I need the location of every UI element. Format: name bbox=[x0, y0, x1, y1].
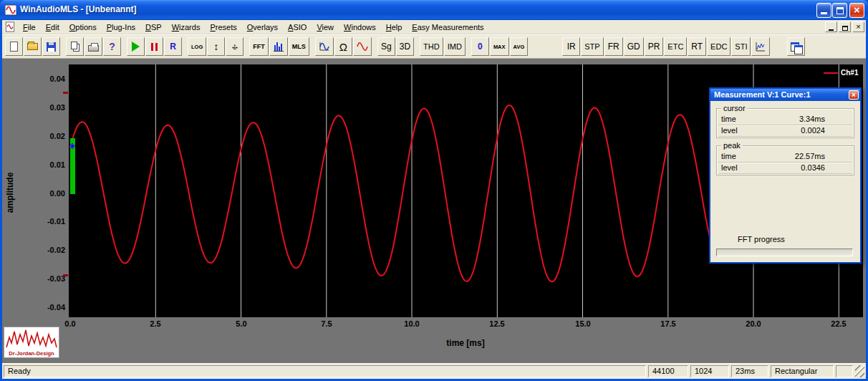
maximize-icon bbox=[836, 7, 844, 14]
measurement-panel[interactable]: Measurement V:1 Curve:1 × cursortime3.34… bbox=[709, 87, 862, 264]
max-hold-button[interactable]: MAX bbox=[490, 37, 509, 56]
window-body: FileEditOptionsPlug-InsDSPWizardsPresets… bbox=[2, 20, 866, 379]
maximize-button[interactable] bbox=[832, 3, 847, 18]
close-button[interactable]: × bbox=[849, 3, 864, 18]
thd-button[interactable]: THD bbox=[420, 37, 443, 56]
x-tick-10.0: 10.0 bbox=[404, 319, 419, 328]
cursor-time-row: time3.34ms bbox=[718, 114, 852, 125]
repeat-button[interactable]: R bbox=[164, 37, 182, 56]
menu-item-windows[interactable]: Windows bbox=[339, 21, 381, 33]
menu-item-easy-measurements[interactable]: Easy Measurements bbox=[407, 21, 488, 33]
fft-progress-bar bbox=[716, 249, 853, 256]
imd-button[interactable]: IMD bbox=[444, 37, 466, 56]
etc-button[interactable]: ETC bbox=[664, 37, 687, 56]
menu-item-asio[interactable]: ASIO bbox=[283, 21, 312, 33]
cursor-time-label: time bbox=[721, 115, 736, 123]
cursor-level-value: 0.0024 bbox=[801, 126, 849, 135]
pan-button[interactable]: ↔↕ bbox=[226, 37, 243, 56]
frequency-response-button[interactable]: FR bbox=[604, 37, 623, 56]
print-icon bbox=[88, 45, 99, 52]
mdi-minimize-icon bbox=[829, 29, 834, 31]
pause-button[interactable] bbox=[145, 37, 163, 56]
signal-generator-button[interactable]: Sg bbox=[377, 37, 395, 56]
new-window-button[interactable] bbox=[787, 37, 805, 56]
menu-item-dsp[interactable]: DSP bbox=[140, 21, 167, 33]
log-scale-button[interactable]: LOG bbox=[188, 37, 206, 56]
document-icon bbox=[4, 21, 16, 32]
menu-item-wizards[interactable]: Wizards bbox=[167, 21, 206, 33]
range-mark-0 bbox=[63, 92, 68, 94]
peak-level-row: level0.0346 bbox=[718, 163, 852, 174]
scope-button[interactable] bbox=[315, 37, 334, 56]
step-response-button[interactable]: STP bbox=[581, 37, 603, 56]
phase-response-button[interactable]: PR bbox=[645, 37, 664, 56]
app-window: WinAudioMLS - [Unbenannt] × FileEditOpti… bbox=[0, 0, 868, 381]
group-peak: peaktime22.57mslevel0.0346 bbox=[716, 145, 854, 175]
reverb-time-button[interactable]: RT bbox=[688, 37, 706, 56]
x-tick-20.0: 20.0 bbox=[746, 319, 761, 328]
sti-chart-icon bbox=[755, 41, 766, 52]
measurement-panel-close-button[interactable]: × bbox=[849, 90, 859, 100]
x-tick-7.5: 7.5 bbox=[321, 319, 332, 328]
peak-time-value: 22.57ms bbox=[795, 152, 849, 160]
spectrum-button[interactable] bbox=[269, 37, 288, 56]
resize-grip[interactable] bbox=[855, 365, 864, 377]
average-button[interactable]: AVG bbox=[510, 37, 529, 56]
x-tick-2.5: 2.5 bbox=[150, 319, 160, 328]
legend-line-ch1 bbox=[824, 72, 838, 74]
zero-button[interactable]: 0 bbox=[471, 37, 489, 56]
save-button[interactable] bbox=[42, 37, 60, 56]
mdi-close-button[interactable]: × bbox=[852, 21, 864, 32]
y-tick-0.03: 0.03 bbox=[31, 103, 65, 112]
peak-time-label: time bbox=[721, 152, 736, 160]
new-button[interactable] bbox=[5, 37, 23, 56]
mdi-buttons: × bbox=[825, 21, 866, 32]
menu-item-view[interactable]: View bbox=[312, 21, 339, 33]
menu-item-plug-ins[interactable]: Plug-Ins bbox=[102, 21, 140, 33]
menu-item-presets[interactable]: Presets bbox=[205, 21, 241, 33]
status-samplerate: 44100 bbox=[648, 365, 688, 377]
impedance-button[interactable]: Ω bbox=[334, 37, 352, 56]
measurement-panel-titlebar[interactable]: Measurement V:1 Curve:1 × bbox=[710, 89, 860, 101]
open-button[interactable] bbox=[24, 37, 42, 56]
fft-button[interactable]: FFT bbox=[249, 37, 269, 56]
vendor-logo-text: Dr-Jordan-Design bbox=[4, 350, 59, 357]
menu-item-file[interactable]: File bbox=[18, 21, 41, 33]
3d-view-button[interactable]: 3D bbox=[396, 37, 414, 56]
y-tick-0.04: 0.04 bbox=[31, 74, 65, 83]
x-tick-17.5: 17.5 bbox=[660, 319, 675, 328]
sti-button[interactable]: STI bbox=[731, 37, 751, 56]
print-button[interactable] bbox=[85, 37, 102, 56]
sine-signal-button[interactable] bbox=[353, 37, 372, 56]
menu-item-overlays[interactable]: Overlays bbox=[242, 21, 283, 33]
open-folder-icon bbox=[27, 43, 38, 50]
mdi-minimize-button[interactable] bbox=[825, 21, 837, 32]
minimize-button[interactable] bbox=[816, 3, 831, 18]
start-measurement-button[interactable] bbox=[127, 37, 145, 56]
spectrum-icon bbox=[273, 41, 284, 52]
title-bar[interactable]: WinAudioMLS - [Unbenannt] × bbox=[0, 0, 868, 20]
mdi-restore-button[interactable] bbox=[839, 21, 851, 32]
copy-icon bbox=[71, 42, 77, 49]
status-window-function: Rectangular bbox=[771, 365, 834, 377]
menu-item-edit[interactable]: Edit bbox=[41, 21, 64, 33]
x-tick-0.0: 0.0 bbox=[64, 319, 75, 328]
edc-button[interactable]: EDC bbox=[707, 37, 730, 56]
menu-item-help[interactable]: Help bbox=[381, 21, 408, 33]
status-record-length: 23ms bbox=[731, 365, 768, 377]
autoscale-vertical-button[interactable]: ↕ bbox=[207, 37, 225, 56]
menu-item-options[interactable]: Options bbox=[64, 21, 102, 33]
status-fft-size: 1024 bbox=[690, 365, 729, 377]
y-tick--0.01: -0.01 bbox=[31, 217, 65, 226]
window-title: WinAudioMLS - [Unbenannt] bbox=[20, 4, 137, 14]
status-ready: Ready bbox=[4, 365, 646, 377]
peak-time-row: time22.57ms bbox=[718, 151, 852, 163]
sti-graph-button[interactable] bbox=[751, 37, 770, 56]
sine-axes-icon bbox=[319, 41, 330, 52]
help-button[interactable]: ? bbox=[103, 37, 121, 56]
group-delay-button[interactable]: GD bbox=[624, 37, 644, 56]
mls-button[interactable]: MLS bbox=[289, 37, 309, 56]
impulse-response-button[interactable]: IR bbox=[562, 37, 580, 56]
menu-items: FileEditOptionsPlug-InsDSPWizardsPresets… bbox=[18, 21, 489, 33]
copy-button[interactable] bbox=[66, 37, 84, 56]
